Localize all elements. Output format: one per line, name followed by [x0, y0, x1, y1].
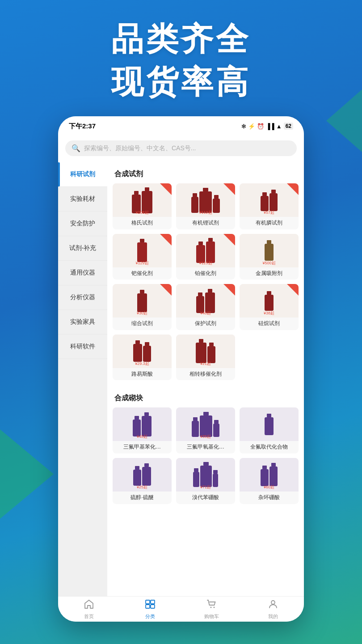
product-image-grignard: ¥208起: [113, 183, 172, 217]
bottom-nav: 首页 分类 购物车: [58, 596, 304, 622]
svg-rect-1: [151, 600, 155, 604]
sale-badge: [160, 234, 172, 246]
product-image-boronic: ¥71起: [176, 458, 235, 491]
product-card-organoLi[interactable]: ¥112起 有机锂试剂: [176, 183, 235, 229]
search-input-wrap[interactable]: 🔍 探索编号、原始编号、中文名、CAS号...: [65, 140, 297, 156]
product-name-Pd: 钯催化剂: [113, 267, 172, 280]
product-image-Pd: ¥129起: [113, 234, 172, 267]
phone-frame: 下午2:37 ✻ ⚡ ⏰ ▐▐ ▲ 62 🔍 探索编号、原始编号、中文名、CAS…: [58, 116, 304, 622]
product-image-condensation: ¥30起: [113, 284, 172, 318]
product-image-perfluoro: [240, 407, 299, 441]
search-icon: 🔍: [72, 144, 80, 153]
product-image-organoP: ¥57起: [240, 183, 299, 217]
home-icon: [84, 599, 94, 612]
product-grid-2: ¥48起 三氟甲基苯化… ¥35起 三氟甲氧基化…: [113, 407, 299, 504]
wifi-icon: ▲: [276, 123, 282, 130]
svg-rect-0: [146, 600, 150, 604]
bluetooth-icon: ✻: [241, 123, 246, 130]
network-icon: ▐▐: [266, 123, 274, 130]
hero-section: 品类齐全 现货率高: [0, 18, 362, 104]
product-name-thiol: 硫醇·硫醚: [113, 491, 172, 504]
nav-item-home[interactable]: 首页: [58, 599, 120, 620]
product-card-grignard[interactable]: ¥208起 格氏试剂: [113, 183, 172, 229]
product-name-heteroboronic: 杂环硼酸: [240, 491, 299, 504]
product-card-Pt[interactable]: ¥125起 铂催化剂: [176, 234, 235, 280]
nav-label-profile: 我的: [268, 613, 278, 620]
sidebar-item-shiyan[interactable]: 实验耗材: [58, 187, 107, 212]
product-name-boronic: 溴代苯硼酸: [176, 491, 235, 504]
product-image-lewisacid: ¥29.3起: [113, 335, 172, 368]
product-image-Pt: ¥125起: [176, 234, 235, 267]
battery-icon: 62: [284, 123, 293, 130]
product-name-silane: 硅烷试剂: [240, 318, 299, 330]
product-card-thiol[interactable]: ¥25起 硫醇·硫醚: [113, 458, 172, 504]
product-card-phasecatalyst[interactable]: ¥21起 相转移催化剂: [176, 335, 235, 381]
section-title-building: 合成砌块: [113, 386, 299, 407]
product-grid-1: ¥208起 格氏试剂 ¥112起 有机锂试剂: [113, 183, 299, 380]
product-image-protect: ¥40起: [176, 284, 235, 318]
sale-badge: [160, 284, 172, 296]
product-card-trifluoro2[interactable]: ¥35起 三氟甲氧基化…: [176, 407, 235, 453]
product-image-organoLi: ¥112起: [176, 183, 235, 217]
product-card-lewisacid[interactable]: ¥29.3起 路易斯酸: [113, 335, 172, 381]
sale-badge: [287, 183, 299, 195]
sidebar-item-anquan[interactable]: 安全防护: [58, 212, 107, 236]
content-area: 科研试剂 实验耗材 安全防护 试剂-补充 通用仪器 分析仪器 实验家具 科研软件…: [58, 162, 304, 596]
status-bar: 下午2:37 ✻ ⚡ ⏰ ▐▐ ▲ 62: [58, 116, 304, 136]
nav-item-cart[interactable]: 购物车: [181, 599, 243, 620]
product-area: 合成试剂 ¥208起 格氏试剂: [107, 162, 304, 596]
product-card-silane[interactable]: ¥38起 硅烷试剂: [240, 284, 299, 330]
search-input[interactable]: 探索编号、原始编号、中文名、CAS号...: [84, 144, 196, 153]
product-name-perfluoro: 全氟取代化合物: [240, 441, 299, 453]
product-card-boronic[interactable]: ¥71起 溴代苯硼酸: [176, 458, 235, 504]
signal-icon: ⚡: [248, 123, 255, 130]
search-bar: 🔍 探索编号、原始编号、中文名、CAS号...: [58, 136, 304, 162]
sidebar-item-buchong[interactable]: 试剂-补充: [58, 236, 107, 261]
sidebar-item-fenxi[interactable]: 分析仪器: [58, 285, 107, 310]
product-card-condensation[interactable]: ¥30起 缩合试剂: [113, 284, 172, 330]
svg-rect-3: [151, 605, 155, 608]
product-image-silane: ¥38起: [240, 284, 299, 318]
product-image-heteroboronic: ¥60起: [240, 458, 299, 491]
sale-badge: [223, 183, 235, 195]
product-name-condensation: 缩合试剂: [113, 318, 172, 330]
svg-rect-2: [146, 605, 150, 608]
person-icon: [268, 599, 278, 612]
product-name-organoP: 有机膦试剂: [240, 217, 299, 229]
sidebar-item-keyan[interactable]: 科研试剂: [58, 162, 107, 187]
nav-label-category: 分类: [145, 613, 155, 620]
product-card-protect[interactable]: ¥40起 保护试剂: [176, 284, 235, 330]
sidebar-item-ruanjian[interactable]: 科研软件: [58, 335, 107, 359]
nav-item-category[interactable]: 分类: [120, 599, 181, 620]
sidebar-item-jiaju[interactable]: 实验家具: [58, 310, 107, 335]
nav-item-profile[interactable]: 我的: [243, 599, 304, 620]
nav-label-home: 首页: [84, 613, 94, 620]
product-name-trifluoro1: 三氟甲基苯化…: [113, 441, 172, 453]
sale-badge: [287, 284, 299, 296]
product-card-organoP[interactable]: ¥57起 有机膦试剂: [240, 183, 299, 229]
product-name-grignard: 格氏试剂: [113, 217, 172, 229]
product-card-Pd[interactable]: ¥129起 钯催化剂: [113, 234, 172, 280]
product-card-metal[interactable]: ¥500起 金属吸附剂: [240, 234, 299, 280]
svg-point-4: [210, 606, 211, 608]
sidebar-item-tongyong[interactable]: 通用仪器: [58, 261, 107, 285]
product-name-metal: 金属吸附剂: [240, 267, 299, 280]
section-title-hecheng: 合成试剂: [113, 162, 299, 183]
product-name-lewisacid: 路易斯酸: [113, 368, 172, 381]
product-name-protect: 保护试剂: [176, 318, 235, 330]
product-name-phasecatalyst: 相转移催化剂: [176, 368, 235, 381]
cart-icon: [206, 599, 217, 612]
product-image-thiol: ¥25起: [113, 458, 172, 491]
product-name-organoLi: 有机锂试剂: [176, 217, 235, 229]
product-image-phasecatalyst: ¥21起: [176, 335, 235, 368]
nav-label-cart: 购物车: [204, 613, 219, 620]
sidebar: 科研试剂 实验耗材 安全防护 试剂-补充 通用仪器 分析仪器 实验家具 科研软件: [58, 162, 107, 596]
sale-badge: [223, 284, 235, 296]
product-card-trifluoro1[interactable]: ¥48起 三氟甲基苯化…: [113, 407, 172, 453]
alarm-icon: ⏰: [257, 123, 264, 130]
product-image-metal: ¥500起: [240, 234, 299, 267]
status-icons: ✻ ⚡ ⏰ ▐▐ ▲ 62: [241, 123, 293, 130]
product-card-heteroboronic[interactable]: ¥60起 杂环硼酸: [240, 458, 299, 504]
product-image-trifluoro2: ¥35起: [176, 407, 235, 441]
product-card-perfluoro[interactable]: 全氟取代化合物: [240, 407, 299, 453]
